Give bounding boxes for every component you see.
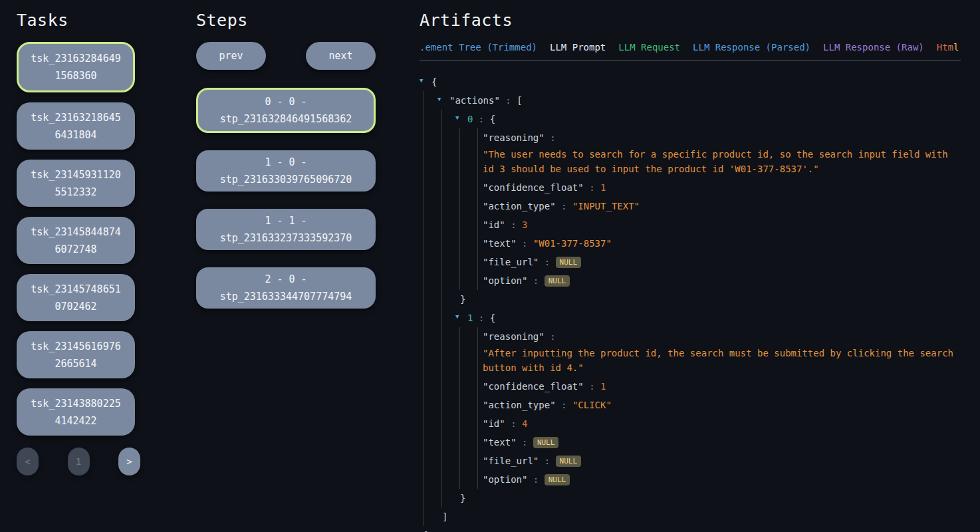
null-badge: NULL: [545, 275, 570, 287]
json-line-content: "option" : NULL: [483, 470, 961, 489]
collapse-arrow-icon[interactable]: ▼: [455, 309, 467, 327]
tab-llm-prompt[interactable]: LLM Prompt: [550, 42, 606, 53]
indent-guide: [437, 489, 455, 507]
indent-guide: [420, 346, 437, 377]
indent-guide: [437, 452, 455, 470]
collapse-arrow-icon[interactable]: ▼: [420, 72, 431, 91]
indent-guide: [437, 271, 455, 290]
indent-guide: [455, 147, 473, 178]
step-button[interactable]: 2 - 0 - stp_231633344707774794: [196, 267, 376, 309]
tab-html-raw[interactable]: Html (Raw): [937, 42, 961, 53]
pagination-page-button[interactable]: 1: [68, 448, 90, 475]
json-line-content: "file_url" : NULL: [483, 452, 961, 470]
tab-llm-response-parsed[interactable]: LLM Response (Parsed): [693, 42, 810, 53]
indent-guide: [473, 271, 483, 290]
json-line-content: "reasoning" :: [483, 327, 961, 346]
indent-guide: [473, 433, 483, 452]
step-button[interactable]: 0 - 0 - stp_231632846491568362: [196, 88, 376, 133]
json-line-content: "actions" : [: [449, 91, 961, 110]
json-line-content: "file_url" : NULL: [483, 253, 961, 271]
json-token: "action_type": [483, 201, 556, 211]
json-token: :: [545, 331, 556, 342]
tab-label-segment: Htm: [937, 42, 953, 53]
json-token: {: [431, 76, 437, 87]
json-line-content: ]: [437, 507, 961, 526]
task-button[interactable]: tsk_231632186456431804: [17, 102, 135, 150]
json-line-content: "After inputting the product id, the sea…: [483, 346, 961, 377]
json-viewer: ▼{▼"actions" : [▼0 : {"reasoning" : "The…: [420, 61, 961, 532]
indent-guide: [420, 470, 437, 489]
step-button[interactable]: 1 - 1 - stp_231633237333592370: [196, 209, 376, 250]
pagination-prev-button[interactable]: <: [17, 448, 39, 475]
indent-guide: [473, 215, 483, 234]
json-token: "reasoning": [483, 331, 545, 342]
json-token: :: [517, 238, 533, 249]
json-token: :: [584, 182, 600, 193]
task-button[interactable]: tsk_231457486510702462: [17, 274, 135, 321]
json-line-content: "text" : NULL: [483, 433, 961, 452]
tab-llm-request[interactable]: LLM Request: [618, 42, 680, 53]
json-line: "id" : 3: [420, 215, 961, 234]
indent-guide: [420, 309, 437, 327]
json-line-content: "text" : "W01-377-8537": [483, 234, 961, 253]
indent-guide: [420, 147, 437, 178]
task-button[interactable]: tsk_231438802254142422: [17, 388, 135, 436]
json-line: "reasoning" :: [420, 327, 961, 346]
task-button[interactable]: tsk_231458448746072748: [17, 217, 135, 264]
json-line: "After inputting the product id, the sea…: [420, 346, 961, 377]
tab-element-tree-trimmed[interactable]: .ement Tree (Trimmed): [420, 42, 537, 53]
tab-llm-response-raw[interactable]: LLM Response (Raw): [823, 42, 924, 53]
indent-guide: [437, 147, 455, 178]
json-token: :: [556, 400, 572, 410]
tab-bar: .ement Tree (Trimmed)LLM PromptLLM Reque…: [420, 42, 961, 61]
indent-guide: [473, 234, 483, 253]
tasks-title: Tasks: [17, 11, 178, 30]
json-token: }: [460, 493, 465, 503]
step-button[interactable]: 1 - 0 - stp_231633039765096720: [196, 150, 376, 192]
json-line: }: [420, 526, 961, 532]
null-badge: NULL: [545, 474, 570, 485]
indent-guide: [437, 110, 455, 128]
steps-title: Steps: [196, 11, 402, 30]
pagination-next-button[interactable]: >: [118, 448, 140, 475]
indent-guide: [420, 507, 437, 526]
indent-guide: [420, 234, 437, 253]
json-token: :: [545, 132, 556, 143]
collapse-arrow-icon[interactable]: ▼: [455, 110, 467, 128]
collapse-arrow-icon[interactable]: ▼: [437, 91, 449, 110]
tasks-panel: Tasks tsk_231632846491568360tsk_23163218…: [0, 0, 178, 532]
json-token: "file_url": [483, 257, 539, 267]
json-line-content: }: [455, 489, 961, 507]
steps-prev-button[interactable]: prev: [196, 42, 266, 70]
json-token: "text": [483, 437, 517, 448]
tab-label-segment: (: [959, 42, 961, 53]
indent-guide: [420, 91, 437, 110]
json-token: "id": [483, 219, 505, 230]
json-line: "confidence_float" : 1: [420, 178, 961, 197]
json-line: "action_type" : "CLICK": [420, 396, 961, 414]
json-token: "option": [483, 474, 527, 485]
null-badge: NULL: [556, 257, 582, 268]
task-button[interactable]: tsk_231632846491568360: [17, 42, 135, 92]
json-line: "file_url" : NULL: [420, 253, 961, 271]
json-line-content: "id" : 3: [483, 215, 961, 234]
indent-guide: [437, 414, 455, 433]
json-token: "After inputting the product id, the sea…: [483, 348, 953, 373]
json-line-content: "id" : 4: [483, 414, 961, 433]
json-token: :: [473, 313, 489, 323]
steps-next-button[interactable]: next: [306, 42, 376, 70]
task-button[interactable]: tsk_231456169762665614: [17, 331, 135, 378]
json-token: }: [460, 294, 465, 305]
step-list: 0 - 0 - stp_2316328464915683621 - 0 - st…: [196, 88, 402, 309]
task-button[interactable]: tsk_231459311205512332: [17, 160, 135, 207]
indent-guide: [455, 197, 473, 215]
indent-guide: [473, 147, 483, 178]
json-line: "text" : NULL: [420, 433, 961, 452]
json-token: :: [505, 219, 522, 230]
indent-guide: [455, 377, 473, 396]
indent-guide: [437, 433, 455, 452]
json-token: :: [539, 456, 555, 466]
indent-guide: [420, 253, 437, 271]
indent-guide: [455, 215, 473, 234]
json-line-content: 1 : {: [467, 309, 961, 327]
